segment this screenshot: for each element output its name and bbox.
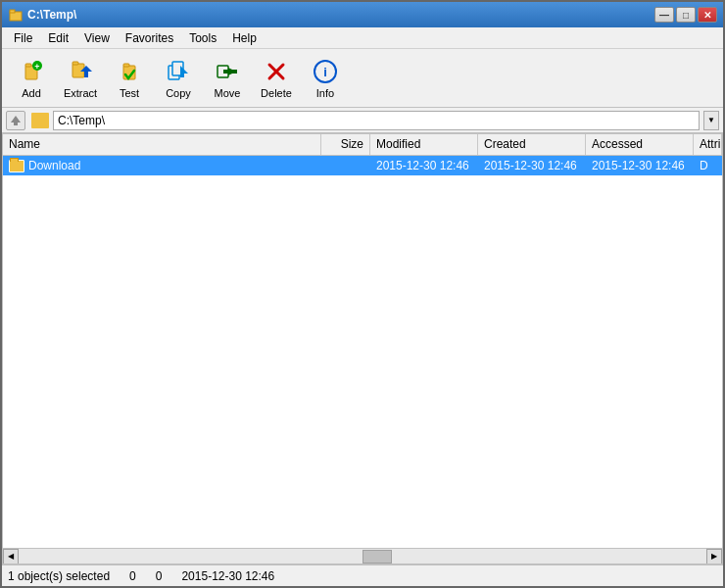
toolbar-delete-button[interactable]: Delete	[253, 53, 300, 104]
column-headers: Name Size Modified Created Accessed Attr…	[3, 134, 722, 156]
file-size-cell	[321, 164, 370, 168]
column-header-modified[interactable]: Modified	[370, 134, 478, 155]
main-window: C:\Temp\ — □ ✕ File Edit View Favorites …	[0, 0, 725, 588]
svg-rect-11	[123, 64, 129, 67]
toolbar-extract-button[interactable]: Extract	[57, 53, 104, 104]
toolbar-copy-button[interactable]: Copy	[155, 53, 202, 104]
extract-icon	[67, 58, 94, 85]
hscroll-left-button[interactable]: ◀	[3, 549, 19, 564]
menu-edit[interactable]: Edit	[40, 29, 76, 47]
file-modified-cell: 2015-12-30 12:46	[370, 157, 478, 174]
minimize-button[interactable]: —	[654, 7, 674, 23]
svg-rect-1	[10, 10, 15, 13]
column-header-created[interactable]: Created	[478, 134, 586, 155]
add-label: Add	[22, 87, 41, 99]
address-folder-icon	[31, 113, 49, 128]
test-label: Test	[120, 87, 139, 99]
addressbar: ▼	[2, 108, 723, 133]
svg-rect-15	[180, 74, 184, 77]
move-label: Move	[215, 87, 241, 99]
svg-rect-3	[25, 64, 31, 67]
address-input[interactable]	[53, 111, 700, 130]
toolbar-add-button[interactable]: + Add	[8, 53, 55, 104]
extract-label: Extract	[64, 87, 97, 99]
titlebar-left: C:\Temp\	[8, 7, 76, 23]
titlebar: C:\Temp\ — □ ✕	[2, 2, 723, 27]
svg-rect-24	[14, 122, 18, 125]
statusbar: 1 object(s) selected 0 0 2015-12-30 12:4…	[2, 564, 723, 586]
file-list: Download 2015-12-30 12:46 2015-12-30 12:…	[3, 156, 722, 548]
file-attributes-cell: D	[694, 157, 722, 174]
file-row-download[interactable]: Download 2015-12-30 12:46 2015-12-30 12:…	[3, 156, 722, 175]
file-name-label: Download	[28, 159, 80, 172]
window-title: C:\Temp\	[27, 8, 76, 22]
svg-marker-14	[180, 66, 188, 74]
copy-icon	[165, 58, 192, 85]
file-area: Name Size Modified Created Accessed Attr…	[2, 133, 723, 564]
svg-text:i: i	[323, 65, 327, 79]
close-button[interactable]: ✕	[698, 7, 717, 23]
nav-up-button[interactable]	[6, 111, 25, 130]
svg-rect-18	[223, 70, 237, 74]
toolbar: + Add Extract	[2, 49, 723, 108]
file-name-cell: Download	[3, 157, 321, 174]
address-dropdown-button[interactable]: ▼	[703, 111, 719, 130]
add-icon: +	[18, 58, 45, 85]
menu-view[interactable]: View	[76, 29, 118, 47]
column-header-name[interactable]: Name	[3, 134, 321, 155]
svg-rect-7	[72, 62, 78, 65]
file-created-cell: 2015-12-30 12:46	[478, 157, 586, 174]
toolbar-move-button[interactable]: Move	[204, 53, 251, 104]
toolbar-info-button[interactable]: i Info	[302, 53, 349, 104]
hscroll-track[interactable]	[19, 549, 706, 564]
hscroll-thumb[interactable]	[362, 550, 392, 564]
test-icon	[116, 58, 143, 85]
svg-rect-9	[84, 72, 88, 77]
app-icon	[8, 7, 24, 23]
copy-label: Copy	[166, 87, 191, 99]
column-header-attributes[interactable]: Attributes	[694, 134, 722, 155]
toolbar-test-button[interactable]: Test	[106, 53, 153, 104]
delete-label: Delete	[261, 87, 292, 99]
menu-tools[interactable]: Tools	[181, 29, 224, 47]
svg-marker-23	[11, 116, 21, 122]
maximize-button[interactable]: □	[676, 7, 696, 23]
menu-file[interactable]: File	[6, 29, 40, 47]
move-icon	[214, 58, 241, 85]
info-label: Info	[316, 87, 334, 99]
window-controls: — □ ✕	[654, 7, 717, 23]
status-size2: 0	[156, 569, 163, 583]
info-icon: i	[312, 58, 339, 85]
column-header-accessed[interactable]: Accessed	[586, 134, 694, 155]
status-objects: 1 object(s) selected	[8, 569, 110, 583]
folder-icon	[9, 160, 24, 172]
delete-icon	[263, 58, 290, 85]
hscroll-right-button[interactable]: ▶	[706, 549, 722, 564]
menu-favorites[interactable]: Favorites	[118, 29, 181, 47]
horizontal-scrollbar: ◀ ▶	[3, 548, 722, 564]
menubar: File Edit View Favorites Tools Help	[2, 27, 723, 49]
status-size1: 0	[129, 569, 136, 583]
status-date: 2015-12-30 12:46	[181, 569, 274, 583]
column-header-size[interactable]: Size	[321, 134, 370, 155]
svg-text:+: +	[34, 62, 39, 72]
menu-help[interactable]: Help	[224, 29, 265, 47]
file-accessed-cell: 2015-12-30 12:46	[586, 157, 694, 174]
